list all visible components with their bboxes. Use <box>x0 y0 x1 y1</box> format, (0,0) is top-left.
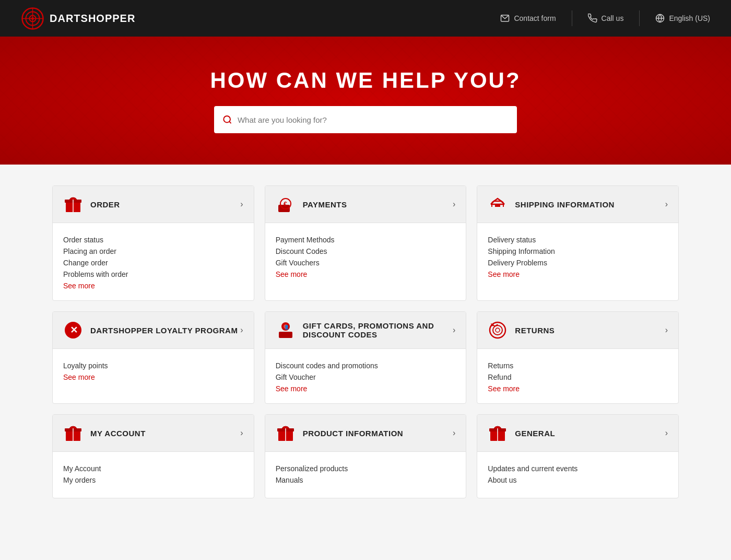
see-more-link[interactable]: See more <box>276 270 456 278</box>
contact-form-link[interactable]: Contact form <box>500 14 556 23</box>
card-body-order: Order statusPlacing an orderChange order… <box>53 223 254 300</box>
chevron-right-icon: › <box>453 325 455 335</box>
card-header-loyalty[interactable]: ✕ DARTSHOPPER LOYALTY PROGRAM › <box>53 312 254 349</box>
card-icon-loyalty: ✕ <box>63 320 83 340</box>
search-icon <box>222 114 232 125</box>
card-item: Order status <box>63 236 243 244</box>
card-header-general[interactable]: GENERAL › <box>477 415 678 452</box>
card-body-payments: Payment MethodsDiscount CodesGift Vouche… <box>265 223 466 289</box>
card-item: Gift Voucher <box>276 373 456 381</box>
main-content: ORDER › Order statusPlacing an orderChan… <box>42 185 689 498</box>
card-header-left: ✕ DARTSHOPPER LOYALTY PROGRAM <box>63 320 238 340</box>
card-myaccount: MY ACCOUNT › My AccountMy orders <box>52 414 254 498</box>
card-general: GENERAL › Updates and current eventsAbou… <box>477 414 679 498</box>
card-title-productinfo: PRODUCT INFORMATION <box>303 429 404 438</box>
card-icon-shipping <box>488 194 508 214</box>
card-header-shipping[interactable]: SHIPPING INFORMATION › <box>477 186 678 223</box>
card-body-shipping: Delivery statusShipping InformationDeliv… <box>477 223 678 289</box>
card-loyalty: ✕ DARTSHOPPER LOYALTY PROGRAM › Loyalty … <box>52 311 254 404</box>
card-order: ORDER › Order statusPlacing an orderChan… <box>52 185 254 301</box>
card-giftcards: 👤 GIFT CARDS, PROMOTIONS AND DISCOUNT CO… <box>265 311 467 404</box>
chevron-right-icon: › <box>240 325 243 335</box>
card-item: Loyalty points <box>63 361 243 370</box>
giftcard-icon: 👤 <box>276 320 296 340</box>
card-header-giftcards[interactable]: 👤 GIFT CARDS, PROMOTIONS AND DISCOUNT CO… <box>265 312 466 349</box>
card-body-myaccount: My AccountMy orders <box>53 452 254 498</box>
card-body-productinfo: Personalized productsManuals <box>265 452 466 498</box>
see-more-link[interactable]: See more <box>63 373 243 381</box>
see-more-link[interactable]: See more <box>63 282 243 290</box>
svg-rect-19 <box>495 204 500 207</box>
card-title-general: GENERAL <box>515 429 555 438</box>
card-icon-returns <box>488 320 508 340</box>
see-more-link[interactable]: See more <box>276 384 456 393</box>
card-item: Updates and current events <box>488 464 668 473</box>
svg-point-28 <box>496 328 500 332</box>
card-title-shipping: SHIPPING INFORMATION <box>515 200 615 209</box>
see-more-link[interactable]: See more <box>488 384 668 393</box>
card-item: Delivery Problems <box>488 259 668 267</box>
svg-point-9 <box>223 116 230 123</box>
card-item: Delivery status <box>488 236 668 244</box>
card-icon-payments: € <box>276 194 296 214</box>
svg-text:✕: ✕ <box>70 325 78 335</box>
card-icon-myaccount <box>63 423 83 443</box>
svg-text:€: € <box>284 201 287 208</box>
box-icon <box>63 194 83 214</box>
card-item: Payment Methods <box>276 236 456 244</box>
card-item: Change order <box>63 259 243 267</box>
card-item: Personalized products <box>276 464 456 473</box>
card-header-productinfo[interactable]: PRODUCT INFORMATION › <box>265 415 466 452</box>
card-productinfo: PRODUCT INFORMATION › Personalized produ… <box>265 414 467 498</box>
language-label: English (US) <box>669 14 710 22</box>
chevron-right-icon: › <box>240 428 243 438</box>
logo[interactable]: DARTSHOPPER <box>21 7 135 30</box>
see-more-link[interactable]: See more <box>488 270 668 278</box>
card-header-myaccount[interactable]: MY ACCOUNT › <box>53 415 254 452</box>
card-header-left: € PAYMENTS <box>276 194 347 214</box>
card-header-order[interactable]: ORDER › <box>53 186 254 223</box>
card-header-payments[interactable]: € PAYMENTS › <box>265 186 466 223</box>
card-body-loyalty: Loyalty points See more <box>53 349 254 392</box>
card-title-loyalty: DARTSHOPPER LOYALTY PROGRAM <box>90 326 238 335</box>
loyalty-icon: ✕ <box>63 320 83 340</box>
card-item: Gift Vouchers <box>276 259 456 267</box>
search-input[interactable] <box>238 115 509 124</box>
call-us-label: Call us <box>602 14 624 22</box>
card-title-order: ORDER <box>90 200 120 209</box>
card-title-returns: RETURNS <box>515 326 555 335</box>
card-item: Discount Codes <box>276 247 456 255</box>
phone-icon <box>588 14 597 23</box>
card-shipping: SHIPPING INFORMATION › Delivery statusSh… <box>477 185 679 301</box>
svg-line-10 <box>229 122 231 123</box>
card-title-myaccount: MY ACCOUNT <box>90 429 146 438</box>
card-title-payments: PAYMENTS <box>303 200 347 209</box>
card-item: My orders <box>63 476 243 484</box>
card-title-giftcards: GIFT CARDS, PROMOTIONS AND DISCOUNT CODE… <box>303 321 453 339</box>
card-item: Refund <box>488 373 668 381</box>
chevron-right-icon: › <box>453 428 455 438</box>
logo-text: DARTSHOPPER <box>50 13 135 25</box>
chevron-right-icon: › <box>665 428 668 438</box>
card-item: Problems with order <box>63 270 243 278</box>
svg-rect-23 <box>279 332 292 338</box>
call-us-link[interactable]: Call us <box>588 14 624 23</box>
card-header-left: MY ACCOUNT <box>63 423 146 443</box>
envelope-icon <box>500 14 510 23</box>
card-item: Returns <box>488 361 668 370</box>
search-bar <box>214 106 517 133</box>
language-selector[interactable]: English (US) <box>655 14 710 23</box>
card-item: About us <box>488 476 668 484</box>
nav-divider <box>572 10 572 26</box>
card-body-giftcards: Discount codes and promotionsGift Vouche… <box>265 349 466 403</box>
card-header-left: SHIPPING INFORMATION <box>488 194 615 214</box>
returns-icon <box>488 320 508 340</box>
card-header-returns[interactable]: RETURNS › <box>477 312 678 349</box>
globe-icon <box>655 14 665 23</box>
hero-title: HOW CAN WE HELP YOU? <box>210 68 521 93</box>
nav-divider-2 <box>639 10 640 26</box>
card-header-left: GENERAL <box>488 423 555 443</box>
box-icon <box>276 423 296 443</box>
card-payments: € PAYMENTS › Payment MethodsDiscount Cod… <box>265 185 467 301</box>
card-header-left: RETURNS <box>488 320 555 340</box>
